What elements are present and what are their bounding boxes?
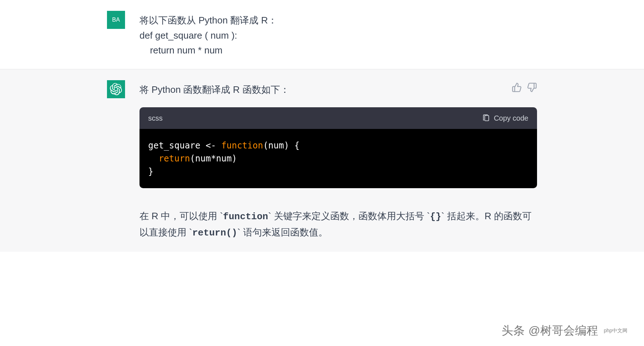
exp-part: ` 关键字来定义函数，函数体用大括号 ` [268,211,430,221]
assistant-message-inner: 将 Python 函数翻译成 R 函数如下： scss Copy code ge… [67,80,577,241]
user-message-inner: BA 将以下函数从 Python 翻译成 R： def get_square (… [67,11,577,58]
code-block: scss Copy code get_square <- function(nu… [139,107,537,188]
copy-code-button[interactable]: Copy code [482,114,528,122]
code-header: scss Copy code [139,107,537,129]
openai-logo-icon [110,83,122,95]
user-line-1: 将以下函数从 Python 翻译成 R： [139,13,537,28]
copy-code-label: Copy code [494,114,528,122]
user-message-content: 将以下函数从 Python 翻译成 R： def get_square ( nu… [139,11,537,58]
code-token [148,153,159,164]
assistant-avatar [107,80,125,98]
user-line-3: return num * num [139,43,537,58]
assistant-message: 将 Python 函数翻译成 R 函数如下： scss Copy code ge… [0,69,644,252]
code-token: } [148,166,153,177]
svg-rect-0 [485,116,489,121]
user-message: BA 将以下函数从 Python 翻译成 R： def get_square (… [0,0,644,69]
assistant-message-content: 将 Python 函数翻译成 R 函数如下： scss Copy code ge… [139,80,537,241]
exp-part: 在 R 中，可以使用 ` [139,211,223,221]
code-language-label: scss [148,112,163,124]
user-avatar: BA [107,11,125,29]
user-avatar-initials: BA [112,17,120,23]
code-token-keyword: return [159,153,190,164]
code-body[interactable]: get_square <- function(num) { return(num… [139,129,537,188]
code-token: (num) { [263,140,300,151]
assistant-intro: 将 Python 函数翻译成 R 函数如下： [139,82,537,98]
code-token: (num*num) [190,153,237,164]
user-line-2: def get_square ( num ): [139,28,537,43]
inline-code: {} [430,211,441,222]
thumbs-down-icon [527,82,537,92]
thumbs-up-icon [512,82,522,92]
thumbs-up-button[interactable] [512,82,522,92]
thumbs-down-button[interactable] [527,82,537,92]
code-token-keyword: function [221,140,263,151]
clipboard-icon [482,114,490,122]
message-actions [512,82,537,92]
inline-code: return() [192,228,237,238]
exp-part: ` 语句来返回函数值。 [237,227,328,238]
inline-code: function [223,211,268,222]
explanation-text: 在 R 中，可以使用 `function` 关键字来定义函数，函数体用大括号 `… [139,208,537,241]
code-content: get_square <- function(num) { return(num… [148,139,528,178]
code-token: get_square <- [148,140,221,151]
